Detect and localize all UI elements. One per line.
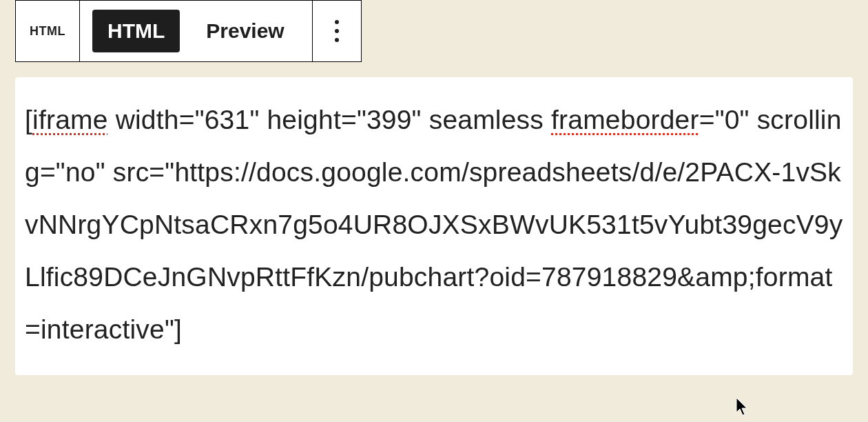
- code-text-seg2: ="0" scrolling="no" src="https://docs.go…: [25, 105, 843, 344]
- spellcheck-word-frameborder: frameborder: [551, 105, 699, 134]
- code-text-seg1: width="631" height="399" seamless: [108, 105, 551, 134]
- mouse-cursor-icon: [736, 397, 750, 416]
- tab-preview[interactable]: Preview: [191, 10, 299, 52]
- block-toolbar: HTML HTML Preview: [15, 0, 362, 62]
- block-type-label: HTML: [30, 24, 65, 39]
- more-vertical-icon: [335, 20, 339, 42]
- tab-html[interactable]: HTML: [92, 10, 180, 52]
- html-code-textarea[interactable]: [iframe width="631" height="399" seamles…: [15, 77, 853, 375]
- more-options-button[interactable]: [313, 1, 361, 61]
- spellcheck-word-iframe: iframe: [32, 105, 108, 134]
- view-tabs: HTML Preview: [80, 1, 313, 61]
- code-text-prefix: [: [25, 105, 32, 134]
- block-type-section[interactable]: HTML: [16, 1, 80, 61]
